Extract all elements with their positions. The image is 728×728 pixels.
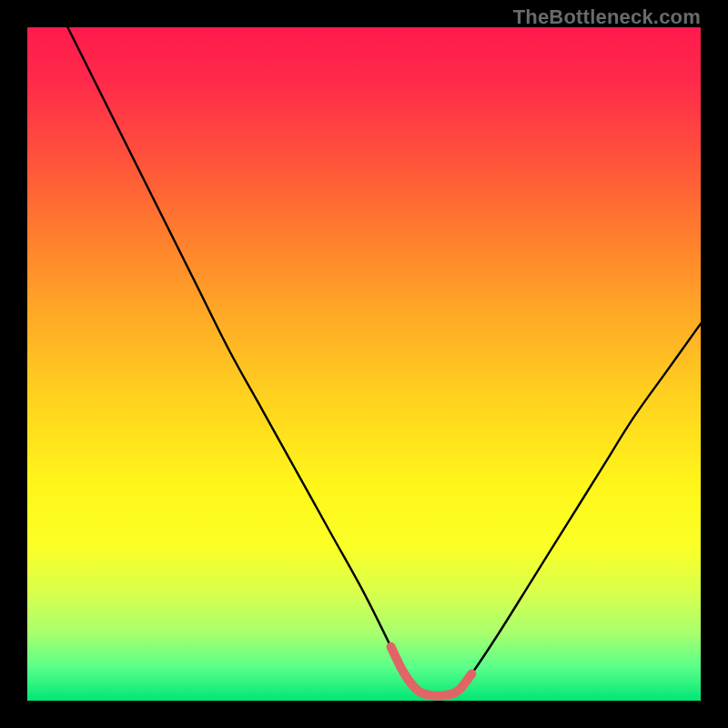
chart-canvas: TheBottleneck.com — [0, 0, 728, 728]
bottleneck-curve — [67, 27, 701, 696]
watermark-text: TheBottleneck.com — [513, 5, 701, 29]
flat-bottom-highlight — [391, 647, 472, 696]
curve-svg — [27, 27, 701, 701]
plot-area — [27, 27, 701, 701]
